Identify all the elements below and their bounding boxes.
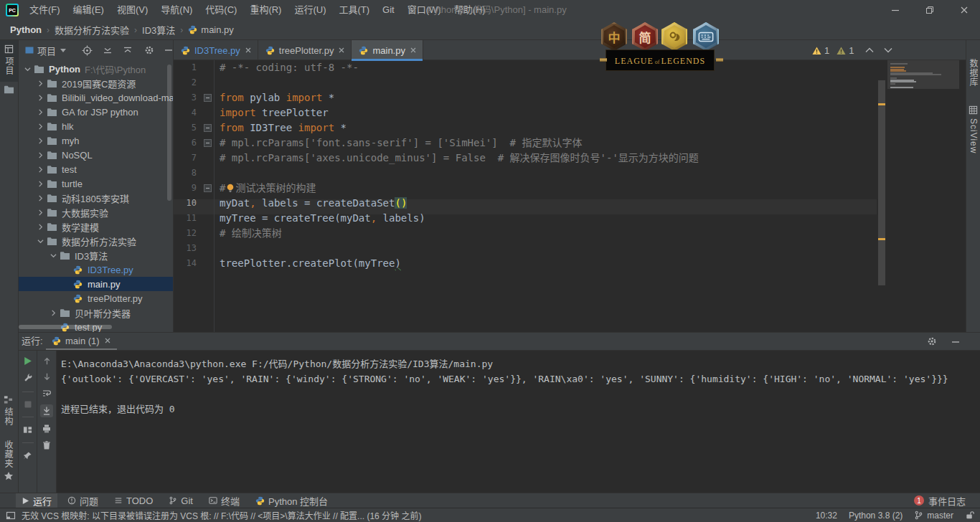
ime-halfwidth-button[interactable] bbox=[661, 22, 687, 51]
line-number[interactable]: 13 bbox=[178, 241, 197, 256]
tool-window-button--[interactable]: 运行 bbox=[16, 493, 57, 508]
tool-window-button--[interactable]: 问题 bbox=[62, 493, 104, 508]
breadcrumb-item-3[interactable]: ID3算法 bbox=[142, 23, 175, 37]
breadcrumb-item-1[interactable]: Python bbox=[10, 24, 42, 35]
chevron-right-icon[interactable] bbox=[34, 106, 46, 118]
tree-item-folder[interactable]: 2019国赛C题资源 bbox=[19, 76, 174, 90]
rerun-button[interactable] bbox=[23, 356, 32, 366]
tool-button-sciview[interactable]: SciView bbox=[969, 105, 979, 153]
editor-scrollbar[interactable] bbox=[878, 60, 885, 332]
close-icon[interactable] bbox=[104, 337, 111, 344]
print-button[interactable] bbox=[42, 424, 52, 434]
close-icon[interactable] bbox=[245, 47, 252, 54]
status-message-text[interactable]: 无效 VCS 根映射: 以下目录被错误注册为 VCS 根: // F:\代码 /… bbox=[22, 509, 421, 521]
line-number[interactable]: 1 bbox=[178, 60, 197, 75]
tree-item-folder[interactable]: 大数据实验 bbox=[19, 205, 174, 219]
menu-item-3[interactable]: 视图(V) bbox=[110, 0, 154, 20]
soft-wrap-button[interactable] bbox=[42, 388, 52, 398]
minimap-viewport[interactable] bbox=[887, 60, 959, 89]
line-number[interactable]: 8 bbox=[178, 166, 197, 181]
close-button[interactable] bbox=[949, 0, 979, 20]
editor-tab-treeplotter-py[interactable]: treePlotter.py bbox=[258, 40, 352, 60]
hide-panel-button[interactable] bbox=[164, 46, 173, 54]
tool-button-database[interactable]: 数据库 bbox=[967, 59, 979, 87]
tree-item-folder[interactable]: GA for JSP python bbox=[19, 105, 174, 119]
prev-problem-chevron-icon[interactable] bbox=[865, 47, 874, 53]
warning-stripe-mark[interactable] bbox=[878, 103, 885, 105]
expand-all-button[interactable] bbox=[103, 45, 113, 55]
tree-item-folder[interactable]: 数据分析方法实验 bbox=[19, 234, 174, 248]
event-log-button[interactable]: 1 事件日志 bbox=[914, 493, 966, 508]
vcs-status-message[interactable]: 无效 VCS 根映射: 以下目录被错误注册为 VCS 根: // F:\代码 /… bbox=[6, 509, 421, 521]
tree-item-folder[interactable]: 数学建模 bbox=[19, 219, 174, 234]
tree-item-file[interactable]: ID3Tree.py bbox=[19, 262, 174, 277]
project-horizontal-scrollbar[interactable] bbox=[19, 325, 112, 329]
run-panel-settings-button[interactable] bbox=[927, 336, 937, 346]
run-console-output[interactable]: E:\Anaconda3\Anaconda3\python.exe F:/代码/… bbox=[57, 351, 980, 493]
fold-marker[interactable] bbox=[204, 139, 212, 147]
chevron-right-icon[interactable] bbox=[47, 307, 59, 318]
pin-tab-button[interactable] bbox=[23, 451, 32, 460]
lock-widget[interactable] bbox=[965, 511, 974, 520]
chevron-down-icon[interactable] bbox=[34, 235, 46, 247]
run-tab[interactable]: main (1) bbox=[46, 333, 117, 350]
menu-item-2[interactable]: 编辑(E) bbox=[67, 0, 110, 20]
line-number[interactable]: 4 bbox=[178, 105, 197, 120]
tool-button-favorites[interactable]: 收藏夹 bbox=[2, 440, 14, 481]
tool-window-button-python-[interactable]: Python 控制台 bbox=[250, 493, 334, 508]
restore-layout-button[interactable] bbox=[23, 425, 32, 435]
inspections-widget[interactable]: 1 1 bbox=[812, 43, 892, 57]
maximize-button[interactable] bbox=[915, 0, 945, 20]
tree-item-file[interactable]: treePlotter.py bbox=[19, 291, 174, 305]
chevron-down-icon[interactable] bbox=[60, 49, 66, 52]
ime-keyboard-button[interactable] bbox=[693, 22, 719, 51]
breadcrumb-item-4[interactable]: main.py bbox=[201, 24, 234, 35]
line-number[interactable]: 5 bbox=[178, 120, 197, 136]
menu-item-1[interactable]: 文件(F) bbox=[23, 0, 67, 20]
line-number[interactable]: 7 bbox=[178, 151, 197, 166]
menu-item-5[interactable]: 代码(C) bbox=[199, 0, 243, 20]
edit-configuration-button[interactable] bbox=[23, 374, 33, 384]
close-icon[interactable] bbox=[338, 47, 345, 54]
code-minimap[interactable] bbox=[887, 60, 966, 332]
chevron-right-icon[interactable] bbox=[34, 120, 46, 132]
chevron-right-icon[interactable] bbox=[34, 77, 46, 89]
minimize-button[interactable] bbox=[880, 0, 910, 20]
tree-item-folder[interactable]: hlk bbox=[19, 119, 174, 133]
tree-item-file[interactable]: main.py bbox=[19, 277, 174, 291]
up-stacktrace-button[interactable] bbox=[42, 356, 52, 366]
ime-simplified-button[interactable]: 简 bbox=[632, 22, 658, 51]
chevron-right-icon[interactable] bbox=[34, 149, 46, 161]
line-number[interactable]: 9 bbox=[178, 181, 197, 196]
editor-tab-id3tree-py[interactable]: ID3Tree.py bbox=[174, 40, 258, 60]
menu-item-9[interactable]: Git bbox=[376, 0, 401, 20]
tree-item-folder[interactable]: ID3算法 bbox=[19, 248, 174, 262]
fold-marker[interactable] bbox=[204, 94, 212, 102]
intention-bulb-icon[interactable] bbox=[225, 183, 235, 193]
menu-item-8[interactable]: 工具(T) bbox=[332, 0, 376, 20]
next-problem-chevron-icon[interactable] bbox=[884, 47, 892, 53]
scroll-to-end-button[interactable] bbox=[40, 404, 53, 417]
locate-file-button[interactable] bbox=[82, 45, 93, 56]
fold-marker[interactable] bbox=[204, 184, 212, 192]
tree-item-folder[interactable]: 动科1805李安琪 bbox=[19, 191, 174, 205]
clear-console-button[interactable] bbox=[42, 440, 52, 450]
line-number[interactable]: 12 bbox=[178, 226, 197, 241]
tree-item-folder[interactable]: NoSQL bbox=[19, 148, 174, 162]
warning-stripe-mark[interactable] bbox=[878, 238, 885, 240]
project-panel-title[interactable]: 项目 bbox=[37, 44, 56, 57]
tree-item-folder[interactable]: test bbox=[19, 162, 174, 176]
line-number[interactable]: 11 bbox=[178, 211, 197, 226]
editor-scrollbar-thumb[interactable] bbox=[878, 80, 885, 285]
chevron-right-icon[interactable] bbox=[34, 163, 46, 175]
tree-item-folder[interactable]: 贝叶斯分类器 bbox=[19, 305, 174, 320]
chevron-right-icon[interactable] bbox=[34, 135, 46, 146]
tree-item-folder[interactable]: myh bbox=[19, 133, 174, 148]
hide-run-panel-button[interactable] bbox=[951, 338, 960, 346]
line-number[interactable]: 2 bbox=[178, 75, 197, 90]
editor-tab-main-py[interactable]: main.py bbox=[352, 40, 423, 60]
chevron-right-icon[interactable] bbox=[34, 221, 46, 232]
line-number[interactable]: 14 bbox=[178, 256, 197, 271]
line-number[interactable]: 3 bbox=[178, 90, 197, 105]
project-vertical-scrollbar[interactable] bbox=[167, 65, 171, 201]
